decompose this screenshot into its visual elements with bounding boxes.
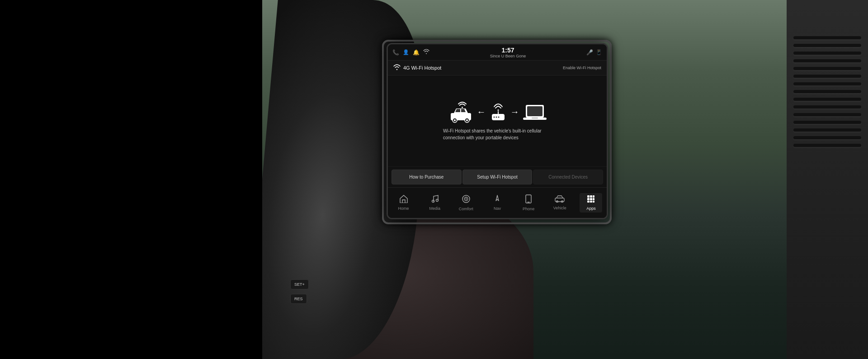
wifi-header-icon (393, 64, 401, 71)
vent-bar (793, 144, 861, 147)
vent-bar (793, 121, 861, 124)
vent-bar (793, 52, 861, 55)
nav-label-comfort: Comfort (459, 207, 473, 211)
header-left: 4G Wi-Fi Hotspot (393, 64, 441, 71)
status-icons-left: 📞 👤 🔔 (392, 49, 429, 56)
how-to-purchase-button[interactable]: How to Purchase (392, 170, 462, 184)
status-center: 1:57 Since U Been Gone (490, 47, 526, 58)
screen-bezel: 📞 👤 🔔 1:57 Si (387, 43, 608, 219)
comfort-icon (462, 194, 471, 205)
vent-bar (793, 113, 861, 116)
vent-bar (793, 82, 861, 85)
phone-right-icon: 📱 (596, 49, 602, 55)
svg-point-7 (493, 116, 495, 118)
vent-bar (793, 98, 861, 101)
nav-item-comfort[interactable]: Comfort (455, 193, 477, 213)
vent-bar (793, 59, 861, 62)
hotspot-description: Wi-Fi Hotspot shares the vehicle's built… (443, 128, 552, 141)
svg-rect-13 (532, 118, 538, 118)
vehicle-icon (555, 195, 565, 204)
laptop-icon (523, 101, 547, 123)
svg-point-3 (454, 119, 456, 121)
screen-content: 4G Wi-Fi Hotspot Enable Wi-Fi Hotspot (388, 61, 607, 218)
nav-item-nav[interactable]: Nav (486, 193, 509, 213)
infotainment-screen: 📞 👤 🔔 1:57 Si (387, 43, 608, 219)
svg-rect-19 (526, 195, 531, 203)
svg-rect-26 (593, 195, 594, 198)
left-panel (0, 0, 262, 359)
vent-bar (793, 90, 861, 93)
vent-bar (793, 75, 861, 78)
status-icons-right: 🎤 📱 (586, 49, 602, 56)
res-button[interactable]: RES (290, 294, 307, 304)
arrow-left-icon: ← (477, 107, 486, 117)
svg-point-8 (495, 116, 497, 118)
connected-devices-button[interactable]: Connected Devices (533, 170, 603, 184)
svg-point-14 (432, 200, 434, 203)
home-icon (400, 195, 408, 205)
action-buttons: How to Purchase Setup Wi-Fi Hotspot Conn… (388, 166, 607, 187)
microphone-icon: 🎤 (586, 49, 593, 56)
set-plus-button[interactable]: SET+ (290, 279, 309, 289)
nav-label-phone: Phone (523, 207, 534, 211)
header-title: 4G Wi-Fi Hotspot (403, 65, 441, 71)
svg-rect-29 (593, 198, 594, 200)
wifi-status-icon (423, 49, 429, 56)
router-icon (490, 101, 507, 123)
phone-icon: 📞 (392, 49, 399, 56)
nav-bar: Home Media (388, 187, 607, 218)
bell-icon: 🔔 (413, 49, 420, 56)
phone-nav-icon (525, 194, 532, 205)
nav-label-media: Media (429, 206, 440, 211)
hotspot-diagram: ← (448, 101, 547, 123)
nav-label-home: Home (398, 206, 409, 211)
setup-wifi-button[interactable]: Setup Wi-Fi Hotspot (462, 170, 533, 184)
vent-group (793, 36, 861, 147)
svg-point-4 (466, 119, 468, 121)
nav-item-phone[interactable]: Phone (517, 193, 540, 213)
right-vents-panel (787, 0, 868, 359)
music-icon (431, 195, 439, 205)
svg-rect-25 (590, 195, 592, 198)
nav-label-nav: Nav (494, 206, 501, 211)
vent-bar (793, 105, 861, 109)
illustration-area: ← (388, 76, 607, 166)
nav-label-vehicle: Vehicle (553, 206, 566, 210)
header-bar: 4G Wi-Fi Hotspot Enable Wi-Fi Hotspot (388, 61, 607, 76)
nav-item-media[interactable]: Media (424, 193, 446, 213)
nav-item-vehicle[interactable]: Vehicle (548, 194, 571, 212)
svg-rect-27 (587, 198, 590, 200)
svg-rect-11 (527, 106, 542, 116)
nav-icon (493, 195, 501, 205)
person-icon: 👤 (403, 49, 409, 55)
apps-icon (587, 195, 595, 205)
vent-bar (793, 36, 861, 39)
svg-point-9 (498, 116, 499, 118)
nav-label-apps: Apps (586, 206, 596, 211)
vent-bar (793, 136, 861, 139)
svg-rect-31 (590, 201, 592, 203)
arrow-right-icon: → (510, 107, 519, 117)
svg-point-18 (465, 198, 467, 200)
svg-rect-32 (593, 201, 594, 203)
car-icon (448, 101, 473, 123)
current-song: Since U Been Gone (490, 54, 526, 58)
enable-wifi-button[interactable]: Enable Wi-Fi Hotspot (563, 66, 601, 70)
vent-bar (793, 44, 861, 47)
status-bar: 📞 👤 🔔 1:57 Si (388, 44, 607, 61)
nav-item-apps[interactable]: Apps (580, 193, 602, 213)
svg-rect-24 (587, 195, 590, 198)
vent-bar (793, 67, 861, 70)
current-time: 1:57 (501, 47, 514, 54)
svg-rect-30 (587, 201, 590, 203)
vent-bar (793, 128, 861, 132)
nav-item-home[interactable]: Home (392, 193, 415, 213)
scene: 📞 👤 🔔 1:57 Si (0, 0, 868, 359)
svg-rect-28 (590, 198, 592, 200)
physical-controls: SET+ RES (289, 279, 310, 305)
